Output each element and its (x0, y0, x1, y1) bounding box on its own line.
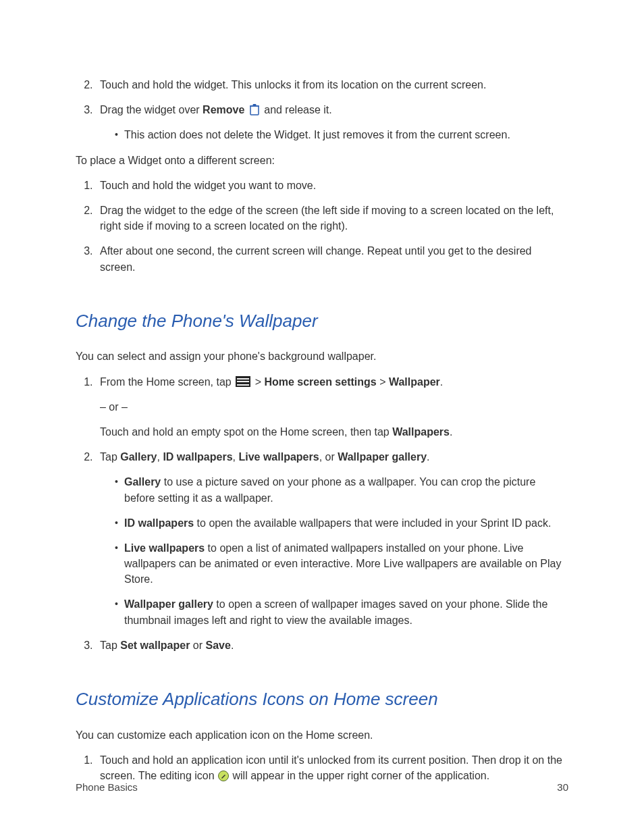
list-item: Tap Set wallpaper or Save. (96, 637, 568, 653)
bold: Wallpaper gallery (124, 598, 213, 610)
list-item: Touch and hold the widget. This unlocks … (96, 77, 568, 93)
text: , or (319, 451, 338, 463)
sub-list: This action does not delete the Widget. … (100, 127, 568, 142)
footer-section: Phone Basics (76, 780, 138, 795)
alt-instruction: Touch and hold an empty spot on the Home… (100, 424, 568, 440)
text: From the Home screen, tap (100, 376, 234, 388)
text: Drag the widget to the edge of the scree… (100, 205, 554, 232)
list-item: Drag the widget over Remove and release … (96, 102, 568, 142)
svg-rect-1 (252, 104, 256, 106)
wallpaper-heading: Change the Phone's Wallpaper (76, 309, 568, 334)
page: Touch and hold the widget. This unlocks … (0, 0, 644, 834)
text: > (377, 376, 389, 388)
text: This action does not delete the Widget. … (124, 129, 510, 140)
text: After about one second, the current scre… (100, 245, 532, 272)
list-item: Gallery to use a picture saved on your p… (115, 474, 568, 505)
text: . (450, 426, 452, 438)
text: Touch and hold an empty spot on the Home… (100, 426, 392, 438)
bold: Live wallpapers (124, 542, 205, 554)
text: Tap (100, 640, 120, 651)
customize-steps: Touch and hold an application icon until… (76, 752, 568, 783)
list-item: Tap Gallery, ID wallpapers, Live wallpap… (96, 449, 568, 628)
list-item: Drag the widget to the edge of the scree… (96, 203, 568, 234)
text: and release it. (261, 104, 332, 115)
bold: Wallpaper (389, 376, 440, 388)
bold: Save (206, 640, 231, 651)
text: . (231, 640, 234, 651)
bold: Set wallpaper (120, 640, 190, 651)
remove-label: Remove (203, 104, 244, 115)
place-widget-steps: Touch and hold the widget you want to mo… (76, 178, 568, 275)
customize-intro: You can customize each application icon … (76, 727, 568, 743)
text: Tap (100, 451, 120, 463)
svg-rect-0 (250, 106, 259, 115)
list-item: This action does not delete the Widget. … (115, 127, 568, 142)
text: Touch and hold the widget you want to mo… (100, 180, 316, 191)
text: . (440, 376, 443, 388)
text: to open the available wallpapers that we… (194, 517, 551, 529)
customize-heading: Customize Applications Icons on Home scr… (76, 687, 568, 712)
bold: Gallery (120, 451, 157, 463)
bold: Live wallpapers (238, 451, 319, 463)
text: to use a picture saved on your phone as … (124, 476, 535, 503)
list-item: Touch and hold the widget you want to mo… (96, 178, 568, 193)
list-item: Live wallpapers to open a list of animat… (115, 540, 568, 588)
text: > (252, 376, 264, 388)
bold: ID wallpapers (124, 517, 194, 529)
page-footer: Phone Basics 30 (76, 780, 568, 795)
bold: Wallpaper gallery (338, 451, 427, 463)
text: Drag the widget over (100, 104, 203, 115)
list-item: Wallpaper gallery to open a screen of wa… (115, 596, 568, 627)
wallpaper-steps: From the Home screen, tap > Home screen … (76, 374, 568, 653)
step-text: Touch and hold the widget. This unlocks … (100, 79, 486, 90)
bold: Gallery (124, 476, 161, 488)
place-widget-intro: To place a Widget onto a different scree… (76, 153, 568, 168)
list-item: After about one second, the current scre… (96, 243, 568, 274)
bold: ID wallpapers (163, 451, 232, 463)
bold: Home screen settings (264, 376, 376, 388)
list-item: Touch and hold an application icon until… (96, 752, 568, 783)
wallpaper-intro: You can select and assign your phone's b… (76, 348, 568, 364)
list-item: ID wallpapers to open the available wall… (115, 515, 568, 531)
widget-remove-steps: Touch and hold the widget. This unlocks … (76, 77, 568, 143)
trash-icon (249, 103, 260, 115)
list-item: From the Home screen, tap > Home screen … (96, 374, 568, 440)
text: . (427, 451, 429, 463)
wallpaper-options: Gallery to use a picture saved on your p… (100, 474, 568, 628)
bold: Wallpapers (392, 426, 450, 438)
footer-page-number: 30 (557, 780, 568, 795)
menu-icon (236, 376, 250, 387)
or-divider: – or – (100, 399, 568, 415)
text: or (190, 640, 205, 651)
